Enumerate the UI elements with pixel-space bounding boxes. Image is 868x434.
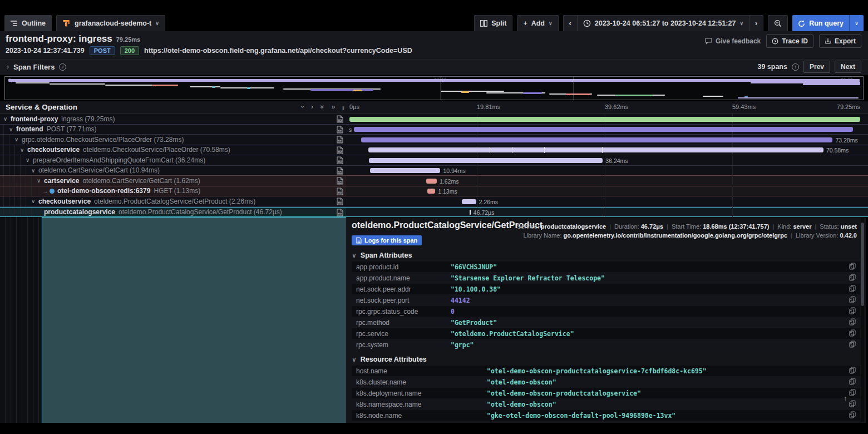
trace-minimap[interactable]: 0μs 39.62ms 79.25ms: [4, 76, 864, 100]
span-logs-icon[interactable]: LOG: [337, 126, 343, 135]
span-row-name-cell[interactable]: ∨frontendPOST (77.71ms)LOG: [0, 125, 346, 135]
span-collapse-chevron-icon[interactable]: ∨: [31, 198, 38, 204]
span-row-name-cell[interactable]: ∨frontend-proxyingress (79.25ms)LOG: [0, 114, 346, 124]
span-follows-from-icon[interactable]: →: [42, 188, 50, 194]
span-collapse-chevron-icon[interactable]: ∨: [31, 167, 38, 174]
next-span-button[interactable]: Next: [835, 61, 861, 73]
logs-for-span-button[interactable]: Logs for this span: [352, 235, 422, 245]
copy-icon[interactable]: [849, 400, 856, 410]
time-range-back-button[interactable]: ‹: [563, 15, 578, 32]
detail-scrollbar-thumb[interactable]: [861, 223, 864, 306]
span-row-name-cell[interactable]: →otel-demo-obscon-redis:6379HGET (1.13ms…: [0, 186, 346, 196]
span-row-timeline-cell[interactable]: s: [346, 125, 868, 135]
scroll-to-top-icon[interactable]: ↑: [844, 394, 847, 402]
span-row-timeline-cell[interactable]: 1.13ms: [346, 186, 868, 196]
span-logs-icon[interactable]: LOG: [337, 209, 343, 217]
attribute-row[interactable]: rpc.service"oteldemo.ProductCatalogServi…: [352, 328, 860, 339]
copy-icon[interactable]: [849, 262, 856, 272]
span-row-name-cell[interactable]: ∨cartserviceoteldemo.CartService/GetCart…: [0, 176, 346, 186]
export-button[interactable]: Export: [819, 34, 861, 48]
attribute-row[interactable]: k8s.cluster.name"otel-demo-obscon": [352, 377, 860, 387]
datasource-picker[interactable]: grafanacloud-sedemo-t ∨: [56, 15, 165, 32]
attribute-row[interactable]: rpc.method"GetProduct": [352, 317, 860, 328]
span-collapse-chevron-icon[interactable]: ∨: [9, 126, 16, 132]
span-row[interactable]: productcatalogserviceoteldemo.ProductCat…: [0, 207, 868, 218]
span-bar[interactable]: [369, 158, 603, 163]
copy-icon[interactable]: [849, 388, 856, 398]
attribute-section-header[interactable]: ∨Resource Attributes: [352, 356, 860, 363]
span-collapse-chevron-icon[interactable]: ∨: [20, 147, 27, 153]
span-row[interactable]: ∨checkoutserviceoteldemo.ProductCatalogS…: [0, 196, 868, 207]
span-row[interactable]: →otel-demo-obscon-redis:6379HGET (1.13ms…: [0, 186, 868, 197]
span-row-timeline-cell[interactable]: 10.94ms: [346, 166, 868, 176]
span-bar[interactable]: [368, 147, 823, 152]
span-filters-toggle[interactable]: › Span Filters i: [7, 63, 66, 71]
attribute-row[interactable]: k8s.node.name"gke-otel-demo-obscon-defau…: [352, 410, 860, 421]
span-row-timeline-cell[interactable]: 2.26ms: [346, 196, 868, 206]
span-logs-icon[interactable]: LOG: [337, 115, 343, 124]
span-row[interactable]: ∨oteldemo.CartService/GetCart (10.94ms)L…: [0, 166, 868, 176]
copy-icon[interactable]: [849, 284, 856, 294]
span-row-name-cell[interactable]: ∨checkoutserviceoteldemo.CheckoutService…: [0, 145, 346, 155]
span-bar[interactable]: [427, 189, 435, 194]
attribute-row[interactable]: net.sock.peer.addr"10.100.0.38": [352, 284, 860, 294]
span-row-name-cell[interactable]: ∨oteldemo.CartService/GetCart (10.94ms)L…: [0, 166, 346, 176]
prev-span-button[interactable]: Prev: [803, 61, 830, 73]
span-logs-icon[interactable]: LOG: [337, 177, 343, 186]
attribute-row[interactable]: k8s.deployment.name"otel-demo-obscon-pro…: [352, 388, 860, 398]
attribute-row[interactable]: host.name"otel-demo-obscon-productcatalo…: [352, 366, 860, 376]
span-row[interactable]: ∨prepareOrderItemsAndShippingQuoteFromCa…: [0, 155, 868, 166]
copy-icon[interactable]: [849, 340, 856, 350]
span-bar[interactable]: [354, 127, 853, 132]
span-row-timeline-cell[interactable]: 46.72μs: [346, 208, 868, 217]
run-query-caret-button[interactable]: ∨: [849, 15, 864, 32]
run-query-button[interactable]: Run query: [792, 15, 849, 32]
span-row-name-cell[interactable]: ∨grpc.oteldemo.CheckoutService/PlaceOrde…: [0, 135, 346, 145]
span-bar[interactable]: [370, 168, 441, 173]
span-row[interactable]: ∨frontend-proxyingress (79.25ms)LOG: [0, 114, 868, 125]
outline-button[interactable]: Outline: [4, 15, 52, 32]
copy-icon[interactable]: [849, 329, 856, 339]
span-row-timeline-cell[interactable]: 1.62ms: [346, 176, 868, 186]
time-range-picker[interactable]: 2023-10-24 06:51:27 to 2023-10-24 12:51:…: [578, 15, 749, 32]
zoom-out-button[interactable]: [768, 15, 788, 32]
span-collapse-chevron-icon[interactable]: ∨: [37, 177, 44, 184]
expand-all-icon[interactable]: »: [332, 103, 336, 111]
span-logs-icon[interactable]: LOG: [337, 156, 343, 165]
span-bar[interactable]: [426, 179, 437, 184]
span-row-name-cell[interactable]: ∨prepareOrderItemsAndShippingQuoteFromCa…: [0, 155, 346, 165]
attribute-row[interactable]: app.product.name"Starsense Explorer Refr…: [352, 273, 860, 283]
trace-id-button[interactable]: Trace ID: [766, 34, 813, 48]
span-collapse-chevron-icon[interactable]: ∨: [26, 157, 33, 163]
give-feedback-link[interactable]: Give feedback: [705, 37, 761, 45]
copy-icon[interactable]: [849, 273, 856, 283]
span-bar[interactable]: [470, 210, 471, 215]
collapse-all-icon[interactable]: »: [318, 105, 326, 109]
span-logs-icon[interactable]: LOG: [337, 198, 343, 206]
collapse-one-icon[interactable]: ›: [299, 106, 307, 108]
attribute-row[interactable]: rpc.grpc.status_code0: [352, 306, 860, 317]
minimap-cursor[interactable]: [574, 77, 574, 100]
span-bar[interactable]: [361, 137, 832, 142]
copy-icon[interactable]: [849, 411, 856, 421]
span-row-name-cell[interactable]: productcatalogserviceoteldemo.ProductCat…: [0, 208, 346, 217]
copy-icon[interactable]: [849, 295, 856, 305]
add-button[interactable]: + Add ∨: [517, 15, 558, 32]
span-collapse-chevron-icon[interactable]: ∨: [3, 116, 11, 122]
span-logs-icon[interactable]: LOG: [337, 188, 343, 196]
minimap-cursor[interactable]: [441, 77, 441, 100]
split-button[interactable]: Split: [474, 15, 512, 32]
attribute-row[interactable]: net.sock.peer.port44142: [352, 295, 860, 305]
attribute-section-header[interactable]: ∨Span Attributes: [352, 251, 860, 259]
span-row-timeline-cell[interactable]: 70.58ms: [346, 145, 868, 155]
span-logs-icon[interactable]: LOG: [337, 136, 343, 145]
attribute-row[interactable]: rpc.system"grpc": [352, 339, 860, 350]
copy-icon[interactable]: [849, 307, 856, 317]
span-row-timeline-cell[interactable]: 36.24ms: [346, 155, 868, 165]
copy-icon[interactable]: [849, 377, 856, 387]
span-row-timeline-cell[interactable]: [346, 114, 868, 124]
time-range-forward-button[interactable]: ›: [749, 15, 763, 32]
attribute-row[interactable]: app.product.id"66VCHSJNUP": [352, 262, 860, 272]
column-resize-handle[interactable]: ‖: [342, 106, 345, 111]
span-collapse-chevron-icon[interactable]: ∨: [14, 136, 22, 142]
